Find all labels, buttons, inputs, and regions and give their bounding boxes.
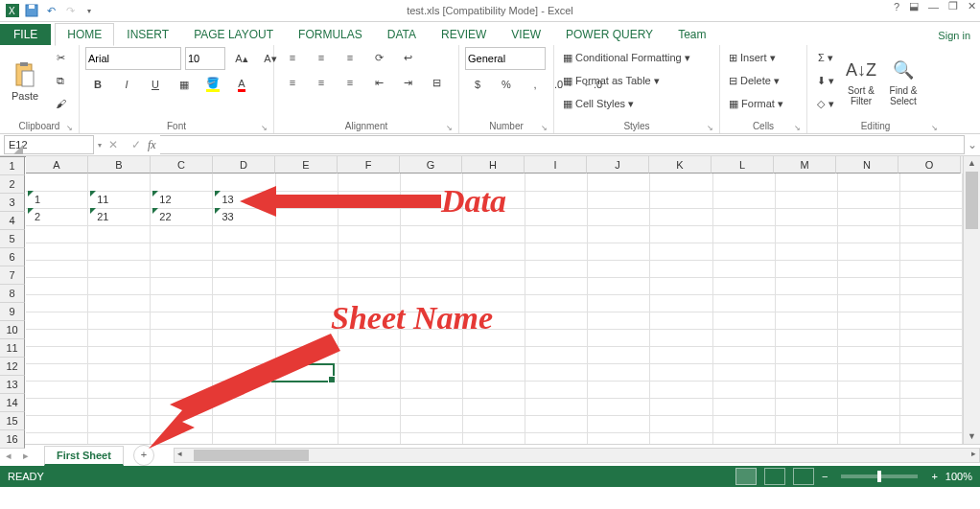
cell[interactable]: 1 — [26, 191, 88, 209]
cell[interactable]: 21 — [88, 208, 151, 226]
cell[interactable] — [463, 174, 525, 192]
comma-button[interactable]: , — [523, 74, 548, 95]
cancel-formula-icon[interactable]: ✕ — [102, 138, 125, 151]
cell[interactable] — [276, 294, 338, 312]
cell[interactable] — [26, 312, 88, 330]
row-header[interactable]: 5 — [0, 230, 25, 248]
cell[interactable] — [713, 191, 776, 209]
cell[interactable] — [713, 208, 776, 226]
cell[interactable] — [338, 381, 401, 399]
cell[interactable] — [276, 415, 338, 433]
tab-home[interactable]: HOME — [55, 23, 114, 46]
cell[interactable] — [838, 381, 900, 399]
cell[interactable] — [276, 381, 338, 399]
cell[interactable] — [26, 363, 88, 382]
cell[interactable] — [401, 432, 463, 444]
expand-formula-icon[interactable]: ⌄ — [965, 138, 980, 151]
col-header[interactable]: O — [898, 156, 961, 174]
cell[interactable] — [713, 260, 776, 278]
cell[interactable] — [88, 381, 151, 399]
cell[interactable] — [88, 363, 151, 382]
cell[interactable] — [276, 363, 338, 382]
tab-team[interactable]: Team — [665, 23, 718, 45]
sign-in-link[interactable]: Sign in — [928, 26, 980, 45]
cell[interactable] — [650, 225, 712, 243]
cell[interactable] — [276, 346, 338, 364]
cell[interactable] — [213, 398, 275, 416]
cell[interactable] — [26, 277, 88, 295]
cell[interactable] — [463, 415, 525, 433]
cell[interactable] — [525, 363, 588, 382]
cell[interactable] — [588, 174, 650, 192]
file-tab[interactable]: FILE — [0, 24, 51, 45]
sheet-nav-prev[interactable]: ◂ — [0, 450, 17, 462]
enter-formula-icon[interactable]: ✓ — [125, 138, 148, 151]
copy-button[interactable]: ⧉ — [48, 70, 73, 91]
cell[interactable] — [776, 398, 838, 416]
row-header[interactable]: 11 — [0, 339, 25, 358]
cell[interactable] — [713, 294, 776, 312]
cell[interactable] — [838, 398, 900, 416]
sheet-tab[interactable]: First Sheet — [44, 446, 124, 466]
cell[interactable] — [213, 277, 275, 295]
cell[interactable] — [900, 208, 963, 226]
cell[interactable] — [650, 363, 712, 382]
cell[interactable] — [26, 398, 88, 416]
row-header[interactable]: 4 — [0, 212, 25, 230]
decrease-indent-button[interactable]: ⇤ — [366, 72, 391, 93]
wrap-text-button[interactable]: ↩ — [395, 47, 420, 68]
cell[interactable] — [88, 243, 151, 261]
cell[interactable] — [151, 381, 213, 399]
percent-button[interactable]: % — [494, 74, 519, 95]
cell[interactable] — [713, 363, 776, 382]
row-header[interactable]: 7 — [0, 266, 25, 285]
new-sheet-button[interactable]: + — [133, 445, 154, 466]
col-header[interactable]: G — [400, 156, 462, 174]
cell[interactable] — [401, 329, 463, 347]
cell[interactable] — [88, 415, 151, 433]
row-header[interactable]: 6 — [0, 248, 25, 266]
cell[interactable] — [650, 174, 712, 192]
cell[interactable] — [588, 312, 650, 330]
cell[interactable] — [463, 312, 525, 330]
cell[interactable] — [650, 277, 712, 295]
cell[interactable] — [151, 277, 213, 295]
undo-icon[interactable]: ↶ — [44, 4, 58, 17]
cell[interactable] — [588, 432, 650, 444]
cell[interactable] — [525, 225, 588, 243]
col-header[interactable]: A — [26, 156, 88, 174]
scroll-down-icon[interactable]: ▼ — [964, 429, 980, 444]
insert-cells-button[interactable]: ⊞ Insert ▾ — [726, 47, 799, 68]
cell[interactable] — [838, 277, 900, 295]
redo-icon[interactable]: ↷ — [63, 4, 77, 17]
cell[interactable] — [900, 381, 963, 399]
format-as-table-button[interactable]: ▦ Format as Table ▾ — [560, 70, 710, 91]
increase-indent-button[interactable]: ⇥ — [395, 72, 420, 93]
cell[interactable] — [463, 208, 525, 226]
cell[interactable] — [650, 260, 712, 278]
cell[interactable] — [713, 312, 776, 330]
cell[interactable] — [838, 260, 900, 278]
cell[interactable] — [401, 243, 463, 261]
cell[interactable] — [650, 415, 712, 433]
cell[interactable] — [401, 208, 463, 226]
cell[interactable] — [713, 346, 776, 364]
cell[interactable] — [151, 329, 213, 347]
cell[interactable] — [650, 432, 712, 444]
row-header[interactable]: 15 — [0, 412, 25, 430]
cell[interactable] — [151, 312, 213, 330]
cell[interactable] — [88, 312, 151, 330]
cell[interactable] — [338, 415, 401, 433]
cell[interactable] — [338, 294, 401, 312]
format-painter-button[interactable]: 🖌 — [48, 93, 73, 114]
cell[interactable] — [213, 312, 275, 330]
cell[interactable] — [338, 174, 401, 192]
cell[interactable] — [900, 294, 963, 312]
bold-button[interactable]: B — [85, 74, 110, 95]
cell[interactable] — [588, 191, 650, 209]
vertical-scrollbar[interactable]: ▲ ▼ — [963, 156, 980, 444]
cell[interactable] — [525, 277, 588, 295]
cell[interactable]: 22 — [151, 208, 213, 226]
cell[interactable] — [900, 225, 963, 243]
cell[interactable] — [525, 174, 588, 192]
